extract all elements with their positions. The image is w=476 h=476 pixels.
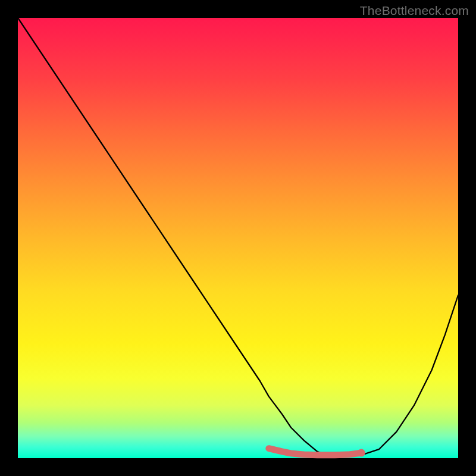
bottleneck-curve xyxy=(18,18,458,456)
highlight-end-dot-icon xyxy=(358,449,365,457)
curve-layer xyxy=(18,18,458,458)
plot-area xyxy=(18,18,458,458)
watermark-text: TheBottleneck.com xyxy=(360,4,469,18)
chart-frame: TheBottleneck.com xyxy=(0,0,476,476)
